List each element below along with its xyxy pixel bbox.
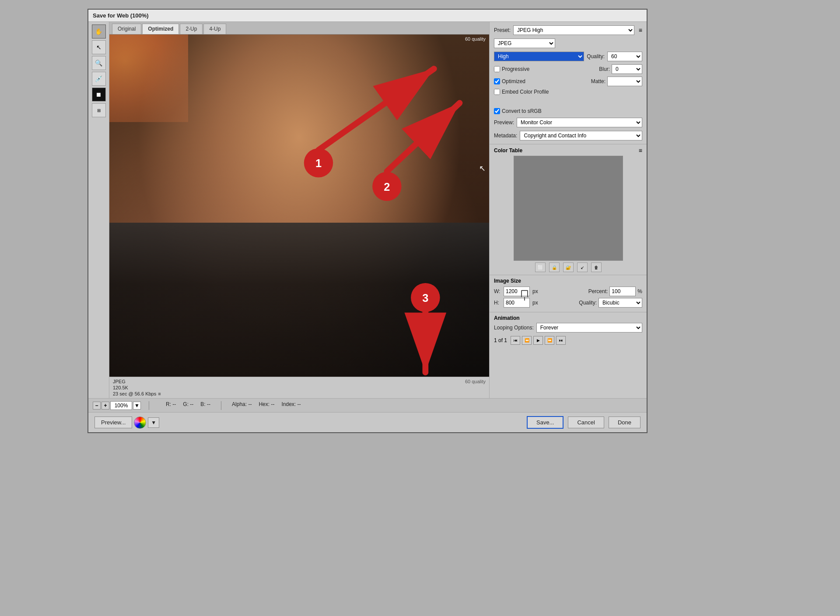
preset-select[interactable]: JPEG High xyxy=(513,25,634,35)
preview-button[interactable]: Preview... xyxy=(94,416,132,428)
image-canvas: 1 2 3 ↖ xyxy=(109,35,489,377)
percent-input[interactable] xyxy=(609,287,636,296)
title-bar: Save for Web (100%) xyxy=(88,10,647,22)
anim-prev-btn[interactable]: ⏪ xyxy=(522,336,532,345)
looping-label: Looping Options: xyxy=(494,325,534,331)
color-table-lock-btn[interactable]: 🔒 xyxy=(549,262,560,272)
color-table-add-btn[interactable]: ↙ xyxy=(577,262,588,272)
cancel-button[interactable]: Cancel xyxy=(568,416,604,428)
matte-label: Matte: xyxy=(591,78,606,84)
tab-4up[interactable]: 4-Up xyxy=(203,24,226,34)
color-profile-btn[interactable]: ▼ xyxy=(148,417,159,428)
zoom-out-btn[interactable]: − xyxy=(93,402,101,410)
looping-select[interactable]: Forever xyxy=(536,323,642,332)
embed-color-label: Embed Color Profile xyxy=(502,89,549,95)
preview-label: Preview: xyxy=(494,119,514,126)
tab-optimized[interactable]: Optimized xyxy=(142,24,179,34)
color-table-lock2-btn[interactable]: 🔐 xyxy=(563,262,574,272)
zoom-in-btn[interactable]: + xyxy=(102,402,109,410)
format-select[interactable]: JPEG xyxy=(494,38,555,48)
percent-label: Percent: xyxy=(588,288,608,294)
blur-select[interactable]: 0 xyxy=(612,64,642,74)
preset-row: Preset: JPEG High ≡ xyxy=(490,22,647,37)
matte-select[interactable] xyxy=(607,77,642,86)
quality-size-label: Quality: xyxy=(579,300,597,306)
progressive-checkbox-label[interactable]: Progressive xyxy=(494,66,529,72)
progressive-blur-row: Progressive Blur: 0 xyxy=(490,63,647,75)
convert-srgb-row: Convert to sRGB xyxy=(490,106,647,116)
optimized-checkbox[interactable] xyxy=(494,78,500,84)
metadata-select[interactable]: Copyright and Contact Info xyxy=(520,131,642,140)
optimized-checkbox-label[interactable]: Optimized xyxy=(494,78,525,84)
format-row: JPEG xyxy=(490,37,647,50)
progressive-label: Progressive xyxy=(502,66,529,72)
status-bar: − + ▼ R: -- G: -- B: -- Alpha: -- xyxy=(88,398,647,412)
quality-value-select[interactable]: 60 xyxy=(607,52,642,61)
anim-play-btn[interactable]: ▶ xyxy=(533,336,543,345)
foreground-color[interactable]: ■ xyxy=(92,88,106,102)
main-area: ✋ ↖ 🔍 💉 ■ ⊞ Original Optimized 2-Up xyxy=(88,22,647,398)
quality-size-select[interactable]: Bicubic xyxy=(598,298,642,308)
eyedropper-tool[interactable]: 💉 xyxy=(92,72,106,86)
window-title: Save for Web (100%) xyxy=(93,12,149,19)
select-tool[interactable]: ↖ xyxy=(92,40,106,54)
color-profile-icon xyxy=(134,416,146,429)
color-info: R: -- G: -- B: -- Alpha: -- Hex: -- Inde… xyxy=(166,401,301,410)
animation-controls: 1 of 1 ⏮ ⏪ ▶ ⏩ ⏭ xyxy=(494,334,642,346)
info-menu-icon[interactable]: ≡ xyxy=(158,391,161,396)
save-button[interactable]: Save... xyxy=(527,416,564,429)
embed-color-checkbox-label[interactable]: Embed Color Profile xyxy=(494,89,642,95)
percent-unit: % xyxy=(637,288,642,294)
embed-color-checkbox[interactable] xyxy=(494,89,500,95)
separator1 xyxy=(149,401,149,410)
convert-srgb-text: Convert to sRGB xyxy=(502,108,542,114)
color-table-menu[interactable]: ≡ xyxy=(639,147,642,154)
color-table-title: Color Table xyxy=(494,147,522,154)
panel-menu-btn[interactable]: ≡ xyxy=(639,27,642,34)
index-value: Index: -- xyxy=(281,401,301,410)
looping-row: Looping Options: Forever xyxy=(494,323,642,332)
image-info-right: 60 quality xyxy=(465,379,486,384)
w-label: W: xyxy=(494,288,501,294)
h-label: H: xyxy=(494,300,501,306)
image-info-bar: JPEG 120.5K 23 sec @ 56.6 Kbps ≡ 60 qual… xyxy=(109,377,489,398)
width-row: W: px Percent: % xyxy=(494,287,642,296)
percent-row: Percent: % xyxy=(588,287,642,296)
height-row: H: px Quality: Bicubic xyxy=(494,298,642,308)
matte-row: Matte: xyxy=(591,77,642,86)
toolbar: ✋ ↖ 🔍 💉 ■ ⊞ xyxy=(88,22,109,398)
animation-section: Animation Looping Options: Forever 1 of … xyxy=(490,312,647,349)
zoom-input[interactable] xyxy=(110,401,132,410)
done-button[interactable]: Done xyxy=(609,416,640,428)
color-table-header: Color Table ≡ xyxy=(494,147,642,154)
size-fields-container: W: px Percent: % H: px xyxy=(494,287,642,308)
metadata-row: Metadata: Copyright and Contact Info xyxy=(490,129,647,144)
metadata-label: Metadata: xyxy=(494,133,517,139)
tab-original[interactable]: Original xyxy=(112,24,141,34)
h-unit: px xyxy=(532,300,538,306)
blur-label: Blur: xyxy=(599,66,610,72)
preview-select[interactable]: Monitor Color xyxy=(517,118,642,127)
tab-2up[interactable]: 2-Up xyxy=(180,24,203,34)
w-unit: px xyxy=(532,288,538,294)
animation-title: Animation xyxy=(494,315,642,321)
zoom-dropdown-btn[interactable]: ▼ xyxy=(133,402,141,410)
image-map-tool[interactable]: ⊞ xyxy=(92,103,106,117)
progressive-checkbox[interactable] xyxy=(494,66,500,72)
separator2 xyxy=(221,401,221,410)
convert-srgb-checkbox[interactable] xyxy=(494,108,500,114)
quality-type-select[interactable]: High xyxy=(494,52,584,61)
anim-first-btn[interactable]: ⏮ xyxy=(511,336,520,345)
image-info-left: JPEG 120.5K 23 sec @ 56.6 Kbps ≡ xyxy=(113,379,161,396)
image-canvas-area[interactable]: 1 2 3 ↖ 60 quality xyxy=(109,35,489,377)
color-table-map-btn[interactable]: ⬜ xyxy=(535,262,546,272)
save-for-web-dialog: Save for Web (100%) ✋ ↖ 🔍 💉 ■ ⊞ Original… xyxy=(88,9,648,433)
convert-srgb-label[interactable]: Convert to sRGB xyxy=(494,108,642,114)
g-value: G: -- xyxy=(183,401,193,410)
anim-last-btn[interactable]: ⏭ xyxy=(556,336,566,345)
hand-tool[interactable]: ✋ xyxy=(92,24,106,38)
embed-color-row: Embed Color Profile xyxy=(490,88,647,98)
zoom-tool[interactable]: 🔍 xyxy=(92,56,106,70)
color-table-delete-btn[interactable]: 🗑 xyxy=(591,262,602,272)
anim-next-btn[interactable]: ⏩ xyxy=(545,336,554,345)
